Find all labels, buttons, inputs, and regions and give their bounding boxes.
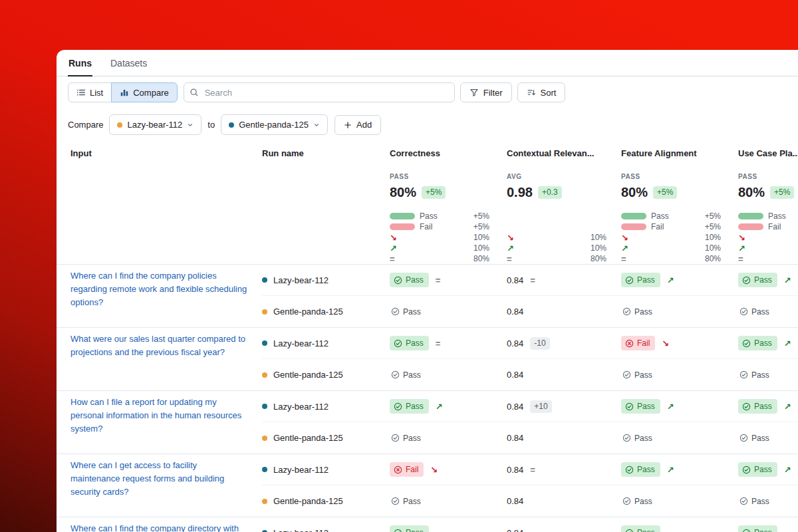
legend-row: ↗ [738,243,798,253]
score-value: 0.84 [507,433,523,443]
metric-cell[interactable]: 0.84+10 [507,391,621,422]
check-circle-icon [622,307,631,316]
metric-cell[interactable]: Pass [390,517,507,532]
metric-cell[interactable]: 0.84-10 [507,328,621,359]
list-view-button[interactable]: List [68,82,112,102]
run-name-cell[interactable]: Lazy-bear-112 [262,454,390,485]
input-question-link[interactable]: Where can I find the company policies re… [70,269,249,309]
stat-delta-badge: +5% [770,186,794,199]
filter-button[interactable]: Filter [460,82,512,102]
input-question-link[interactable]: What were our sales last quarter compare… [70,332,249,359]
pass-badge: Pass [621,368,658,382]
run-b-dropdown[interactable]: Gentle-panda-125 [221,114,328,135]
metric-cell[interactable]: Pass [738,359,798,390]
metric-cell[interactable]: Pass [621,296,738,327]
run-name-cell[interactable]: Lazy-bear-112 [262,328,390,359]
pass-badge: Pass [621,525,660,532]
metric-cell[interactable]: Pass↗ [621,391,738,422]
fail-bar [390,223,415,230]
metric-cell[interactable]: Pass [738,485,798,517]
metric-cell[interactable]: 0.84 [507,422,621,454]
legend-value: 80% [473,254,489,263]
column-header-contextual-relevance[interactable]: Contextual Relevan... [507,148,621,158]
metric-cell[interactable]: Pass↗ [621,265,738,296]
legend-label: Pass [651,211,669,221]
tab-datasets[interactable]: Datasets [110,57,148,76]
run-a-dropdown[interactable]: Lazy-bear-112 [109,114,201,135]
metric-cell[interactable]: Pass [390,485,507,517]
metric-cell[interactable]: Pass↗ [738,328,798,359]
trend-down-icon: ↘ [507,233,516,242]
badge-label: Pass [751,370,769,380]
run-name-cell[interactable]: Lazy-bear-112 [262,517,390,532]
search-field[interactable] [203,87,449,98]
metric-cell[interactable]: 0.84 [507,485,621,517]
metric-cell[interactable]: 0.84= [507,265,621,296]
run-name-cell[interactable]: Gentle-panda-125 [262,296,390,327]
tab-runs[interactable]: Runs [68,57,92,76]
run-name-cell[interactable]: Lazy-bear-112 [262,265,390,296]
metric-cell[interactable]: Pass↗ [390,391,507,422]
column-header-correctness[interactable]: Correctness [390,148,507,158]
pass-badge: Pass [390,273,429,287]
metric-cell[interactable]: 0.84 [507,296,621,327]
legend-row: Fail+5% [621,221,721,232]
run-name-cell[interactable]: Gentle-panda-125 [262,422,390,454]
metric-cell[interactable]: Pass↗ [738,391,798,422]
badge-label: Pass [406,338,424,348]
metric-cell[interactable]: Pass [390,359,507,390]
metric-cell[interactable]: Pass [738,517,798,532]
column-header-feature-alignment[interactable]: Feature Alignment [621,148,738,158]
metric-cell[interactable]: 0.84 [507,359,621,390]
metric-cell[interactable]: 0.84 [507,517,621,532]
column-header-use-case[interactable]: Use Case Pla... [738,148,798,158]
column-header-input[interactable]: Input [70,148,262,158]
badge-label: Pass [403,307,421,317]
metric-cell[interactable]: Pass [738,296,798,327]
badge-label: Fail [406,465,418,474]
metric-cell[interactable]: Fail↘ [621,328,738,359]
metric-cell[interactable]: Pass [390,296,507,327]
legend-label: Pass [768,211,786,221]
input-question-link[interactable]: Where can I get access to facility maint… [70,459,249,499]
run-name-cell[interactable]: Lazy-bear-112 [262,391,390,422]
legend-row: ↗10% [621,243,721,253]
metric-cell[interactable]: Pass [621,485,738,517]
filter-funnel-icon [469,88,479,97]
badge-label: Pass [751,434,769,443]
input-question-link[interactable]: How can I file a report for updating my … [70,396,249,436]
trend-up-icon: ↗ [667,466,674,474]
compare-view-button[interactable]: Compare [111,82,177,102]
table-row-group: Where can I get access to facility maint… [57,454,798,517]
sort-label: Sort [541,88,557,98]
run-name-cell[interactable]: Gentle-panda-125 [262,359,390,390]
toolbar: List Compare Filter Sort [68,82,787,102]
compare-bar: Compare Lazy-bear-112 to Gentle-panda-12… [68,114,787,135]
metric-cell[interactable]: Pass↗ [738,265,798,296]
legend-row: ↗10% [390,243,489,253]
add-run-button[interactable]: Add [334,115,381,135]
metric-cell[interactable]: Pass= [390,328,507,359]
metric-cell[interactable]: Pass [738,422,798,454]
search-input[interactable] [184,82,455,102]
legend-value: 10% [591,233,606,242]
metric-cell[interactable]: Fail↘ [390,454,507,485]
metric-cell[interactable]: Pass [390,422,507,454]
metric-cell[interactable]: Pass [621,422,738,454]
metric-cell[interactable]: 0.84= [507,454,621,485]
column-header-run-name[interactable]: Run name [262,148,390,158]
badge-label: Pass [754,338,772,348]
run-name-cell[interactable]: Gentle-panda-125 [262,485,390,517]
metric-cell[interactable]: Pass [621,359,738,390]
trend-up-icon: ↗ [436,402,443,411]
metric-cell[interactable]: Pass↗ [738,454,798,485]
sort-button[interactable]: Sort [517,82,566,102]
pass-badge: Pass [390,525,429,532]
legend-label: Fail [768,222,781,231]
metric-cell[interactable]: Pass= [390,265,507,296]
pass-badge: Pass [738,431,775,446]
input-question-link[interactable]: Where can I find the company directory w… [70,522,239,532]
metric-cell[interactable]: Pass↗ [621,454,738,485]
run-color-dot [262,340,267,346]
metric-cell[interactable]: Pass [621,517,738,532]
